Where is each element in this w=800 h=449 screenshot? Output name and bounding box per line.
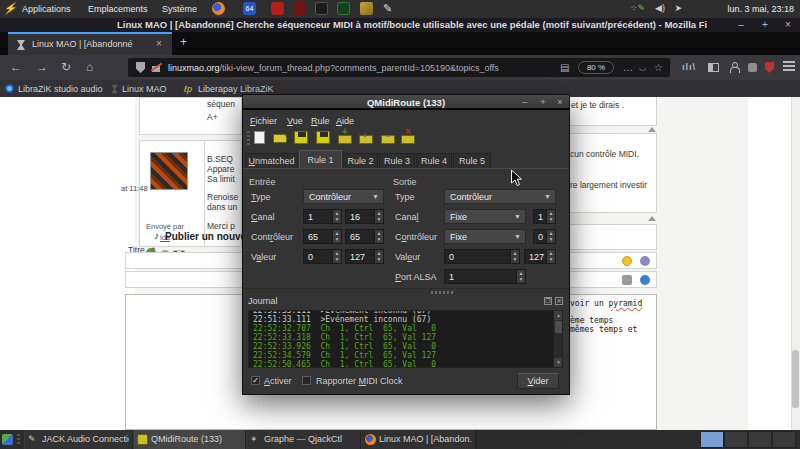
- dock-float-icon[interactable]: ❒: [544, 297, 552, 305]
- scroll-down-icon[interactable]: ▼: [554, 358, 563, 367]
- library-icon[interactable]: ılı\: [682, 62, 696, 72]
- workspace-4[interactable]: [772, 431, 796, 448]
- back-icon[interactable]: ←: [10, 60, 22, 74]
- journal-log[interactable]: 22:51:33.111 >Evénement inconnu (67) 22:…: [248, 310, 563, 368]
- volume-icon[interactable]: ◀): [655, 3, 665, 13]
- qmidiroute-titlebar[interactable]: QMidiRoute (133) – + ×: [243, 95, 569, 110]
- save-file-icon[interactable]: [294, 131, 308, 144]
- insecure-lock-icon[interactable]: [151, 62, 161, 72]
- midi-clock-label[interactable]: Rapporter MIDI Clock: [316, 376, 403, 386]
- avatar[interactable]: [150, 152, 188, 190]
- activate-label[interactable]: Activer: [264, 376, 292, 386]
- close-button[interactable]: ×: [781, 19, 795, 30]
- pointer-icon[interactable]: ➤: [674, 3, 682, 13]
- pdf-launcher-icon[interactable]: [271, 2, 284, 15]
- input-value-max-spinbox[interactable]: 127▲▼: [345, 249, 384, 264]
- output-port-spinbox[interactable]: 1▲▼: [444, 269, 526, 284]
- tracking-shield-icon[interactable]: [136, 62, 145, 73]
- task-qmidiroute[interactable]: QMidiRoute (133): [133, 430, 246, 449]
- attachment-icon[interactable]: [622, 275, 632, 285]
- tab-close-icon[interactable]: ×: [156, 38, 162, 49]
- splitter[interactable]: [243, 288, 569, 289]
- tab-unmatched[interactable]: Unmatched: [245, 153, 298, 169]
- harp-launcher-icon[interactable]: [360, 2, 373, 15]
- video64-launcher-icon[interactable]: 64: [243, 2, 256, 15]
- menu-fichier[interactable]: Fichier: [250, 116, 277, 126]
- menu-vue[interactable]: Vue: [287, 116, 303, 126]
- account-icon[interactable]: [729, 62, 739, 72]
- systray-edit-icon[interactable]: ⁘✎: [630, 3, 645, 13]
- bookmark-liberapay[interactable]: Liberapay LibraZiK: [198, 84, 274, 94]
- insert-rule-icon[interactable]: ▸: [359, 131, 373, 144]
- splitter-handle[interactable]: [431, 291, 453, 294]
- minimize-button[interactable]: –: [734, 19, 748, 30]
- add-rule-icon[interactable]: +: [338, 131, 352, 144]
- maximize-button[interactable]: +: [537, 97, 549, 107]
- menu-applications[interactable]: Applications: [22, 4, 71, 14]
- terminal-launcher-icon[interactable]: [337, 2, 350, 15]
- input-value-min-spinbox[interactable]: 0▲▼: [303, 249, 342, 264]
- input-type-dropdown[interactable]: Contrôleur▼: [303, 189, 384, 204]
- sidebar-toggle-icon[interactable]: [708, 63, 719, 72]
- page-actions-icon[interactable]: …: [623, 62, 633, 73]
- task-firefox[interactable]: Linux MAO | [Abandon...: [361, 430, 476, 449]
- bookmark-librazik[interactable]: LibraZiK studio audio: [18, 84, 103, 94]
- taskbar-grip[interactable]: [17, 434, 20, 445]
- output-type-dropdown[interactable]: Contrôleur▼: [444, 189, 556, 204]
- new-file-icon[interactable]: [254, 131, 265, 144]
- zoom-level-badge[interactable]: 80 %: [578, 61, 614, 74]
- output-controller-spinbox[interactable]: 0▲▼: [533, 229, 556, 244]
- smiley-icon[interactable]: [622, 256, 632, 266]
- input-channel-min-spinbox[interactable]: 1▲▼: [303, 209, 342, 224]
- output-controller-mode-dropdown[interactable]: Fixe▼: [444, 229, 526, 244]
- collapse-arrow-icon[interactable]: [648, 127, 656, 132]
- workspace-3[interactable]: [748, 431, 772, 448]
- dock-close-icon[interactable]: ✕: [555, 297, 563, 305]
- headphones-launcher-icon[interactable]: [315, 2, 328, 15]
- delete-rule-icon[interactable]: ×: [401, 131, 415, 144]
- help-icon[interactable]: [640, 275, 650, 285]
- home-icon[interactable]: ⌂: [86, 60, 93, 74]
- emoticon-picker-icon[interactable]: [640, 256, 650, 266]
- panel-clock[interactable]: lun. 3 mai, 23:18: [727, 4, 794, 14]
- tab-rule-5[interactable]: Rule 5: [453, 153, 491, 169]
- save-as-icon[interactable]: [316, 131, 330, 144]
- urlbar[interactable]: linuxmao.org/tiki-view_forum_thread.php?…: [128, 58, 670, 77]
- input-channel-max-spinbox[interactable]: 16▲▼: [345, 209, 384, 224]
- bookmark-linuxmao[interactable]: Linux MAO: [122, 84, 167, 94]
- toolbar-grip[interactable]: [247, 131, 250, 145]
- tab-rule-2[interactable]: Rule 2: [343, 153, 378, 169]
- menu-hamburger-icon[interactable]: [783, 61, 795, 73]
- scroll-thumb[interactable]: [555, 321, 562, 333]
- scroll-up-icon[interactable]: ▲: [554, 311, 563, 320]
- bookmark-star-icon[interactable]: ☆: [654, 62, 663, 73]
- graphics-launcher-icon[interactable]: [293, 2, 306, 15]
- forward-icon[interactable]: →: [36, 60, 48, 74]
- midi-clock-checkbox[interactable]: [302, 376, 311, 385]
- reader-mode-icon[interactable]: ▤: [560, 62, 569, 73]
- tab-rule-3[interactable]: Rule 3: [379, 153, 415, 169]
- task-jack[interactable]: ✎ JACK Audio Connectio...: [24, 430, 133, 449]
- lxde-menu-icon[interactable]: ⚡: [3, 2, 16, 15]
- task-qjackctl-graph[interactable]: ✶ Graphe — QjackCtl: [246, 430, 361, 449]
- output-value-min-spinbox[interactable]: 0▲▼: [444, 249, 520, 264]
- minimize-button[interactable]: –: [519, 97, 531, 107]
- output-channel-mode-dropdown[interactable]: Fixe▼: [444, 209, 526, 224]
- rename-rule-icon[interactable]: ▪▪: [381, 131, 395, 144]
- workspace-1[interactable]: [700, 431, 724, 448]
- show-desktop-icon[interactable]: [2, 434, 13, 445]
- new-tab-button[interactable]: +: [180, 35, 187, 49]
- log-scrollbar[interactable]: ▲ ▼: [553, 311, 562, 367]
- maximize-button[interactable]: +: [758, 19, 772, 30]
- page-scrollbar-thumb[interactable]: [792, 350, 799, 408]
- firefox-launcher-icon[interactable]: [212, 2, 225, 15]
- pen-launcher-icon[interactable]: ✎: [383, 2, 396, 15]
- input-controller-min-spinbox[interactable]: 65▲▼: [303, 229, 342, 244]
- extension-icon[interactable]: [748, 63, 757, 72]
- output-channel-spinbox[interactable]: 1▲▼: [533, 209, 556, 224]
- workspace-2[interactable]: [724, 431, 748, 448]
- menu-systeme[interactable]: Système: [162, 4, 197, 14]
- clear-log-button[interactable]: Vider: [517, 373, 559, 389]
- pocket-icon[interactable]: ◡: [639, 63, 646, 72]
- tab-rule-1[interactable]: Rule 1: [299, 150, 342, 169]
